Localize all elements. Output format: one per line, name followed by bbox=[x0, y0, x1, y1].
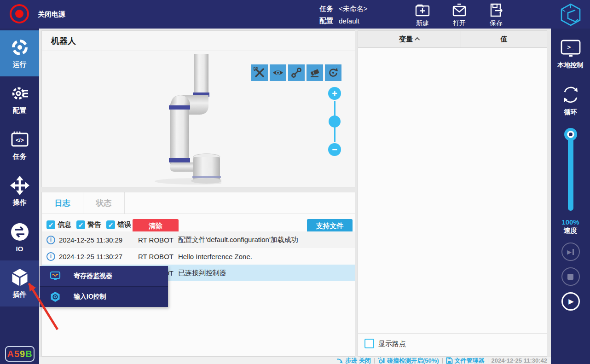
show-waypoints-checkbox[interactable] bbox=[364, 339, 374, 348]
stop-button[interactable] bbox=[561, 267, 580, 286]
gear-icon bbox=[10, 84, 29, 103]
path-button[interactable] bbox=[288, 64, 305, 81]
step-mode-label: 步进 关闭 bbox=[345, 357, 371, 364]
menu-item-label: 输入IO控制 bbox=[74, 293, 106, 301]
robot-arm-model bbox=[152, 54, 221, 185]
log-row[interactable]: i 2024-12-25 11:30:29 RT ROBOT 配置文件'defa… bbox=[42, 231, 355, 248]
open-task-label: 打开 bbox=[453, 19, 466, 28]
log-source: RT ROBOT bbox=[138, 236, 178, 244]
menu-item-input-io-control[interactable]: 输入IO控制 bbox=[40, 287, 168, 307]
play-icon: ▶ bbox=[568, 297, 574, 306]
top-bar: 关闭电源 任务 <未命名> 配置 default 新建 bbox=[0, 0, 590, 29]
step-mode-status[interactable]: 步进 关闭 bbox=[336, 357, 371, 364]
new-task-button[interactable]: 新建 bbox=[410, 2, 435, 28]
power-button[interactable] bbox=[10, 4, 29, 23]
variable-column-label: 变量 bbox=[399, 35, 413, 44]
filter-warning-label: 警告 bbox=[87, 220, 101, 229]
menu-item-register-monitor[interactable]: 寄存器监视器 bbox=[40, 266, 168, 287]
log-time: 2024-12-25 11:30:27 bbox=[59, 253, 138, 260]
divider bbox=[442, 358, 443, 364]
play-button[interactable]: ▶ bbox=[561, 292, 580, 311]
skip-bar-icon bbox=[573, 249, 574, 255]
config-label: 配置 bbox=[319, 17, 333, 25]
skip-icon: ▶ bbox=[567, 248, 572, 255]
reset-view-button[interactable] bbox=[325, 64, 341, 81]
minus-icon: − bbox=[332, 144, 337, 155]
status-bar: 步进 关闭 碰撞检测开启(50%) 文件管理器 2024-12-25 11:30… bbox=[39, 357, 551, 364]
sidebar-item-io[interactable]: IO bbox=[0, 214, 39, 260]
file-manager-button[interactable]: 文件管理器 bbox=[446, 357, 485, 364]
log-source: RT ROBOT bbox=[138, 253, 178, 260]
zoom-in-button[interactable]: + bbox=[328, 87, 341, 100]
column-header-variable[interactable]: 变量 bbox=[358, 31, 461, 47]
step-forward-button[interactable]: ▶ bbox=[561, 243, 580, 261]
zoom-slider-handle[interactable] bbox=[329, 116, 341, 127]
erase-button[interactable] bbox=[307, 64, 323, 81]
local-control-button[interactable]: >_ 本地控制 bbox=[551, 40, 590, 69]
file-manager-label: 文件管理器 bbox=[455, 357, 485, 364]
config-value: default bbox=[339, 17, 359, 25]
right-sidebar: >_ 本地控制 循环 100% 速度 ▶ ▶ bbox=[551, 29, 590, 364]
sidebar-item-config[interactable]: 配置 bbox=[0, 76, 39, 122]
badge-char: B bbox=[25, 349, 32, 359]
trajectory-icon bbox=[290, 67, 302, 79]
check-icon: ✓ bbox=[46, 220, 55, 229]
zoom-out-button[interactable]: − bbox=[328, 143, 341, 156]
new-file-icon bbox=[414, 2, 431, 18]
speed-slider-track[interactable] bbox=[568, 134, 573, 211]
collision-detection-status[interactable]: 碰撞检测开启(50%) bbox=[378, 357, 439, 364]
view-toolbar bbox=[251, 64, 341, 81]
badge-char: 9 bbox=[20, 349, 25, 359]
open-task-button[interactable]: 打开 bbox=[447, 2, 472, 28]
log-message: 配置文件'default.configuration'加载成功 bbox=[178, 236, 355, 244]
robot-3d-view[interactable]: + − bbox=[42, 52, 355, 187]
brand-logo bbox=[559, 3, 583, 29]
save-task-label: 保存 bbox=[490, 19, 503, 28]
stop-icon bbox=[567, 274, 573, 280]
app-window: 关闭电源 任务 <未命名> 配置 default 新建 bbox=[0, 0, 590, 364]
register-monitor-icon bbox=[50, 271, 61, 281]
filter-info-checkbox[interactable]: ✓ 信息 bbox=[46, 220, 71, 229]
sidebar-item-run[interactable]: 运行 bbox=[0, 30, 39, 76]
check-icon: ✓ bbox=[106, 220, 115, 229]
sidebar-item-label: IO bbox=[16, 245, 23, 253]
speed-slider-handle[interactable] bbox=[564, 128, 577, 141]
variables-panel: 变量 值 显示路点 bbox=[358, 30, 547, 357]
status-timestamp: 2024-12-25 11:30:42 bbox=[492, 357, 547, 364]
open-file-icon bbox=[451, 2, 468, 18]
sidebar-item-operate[interactable]: 操作 bbox=[0, 168, 39, 214]
divider bbox=[374, 358, 375, 364]
eraser-icon bbox=[309, 67, 321, 79]
sidebar-item-task[interactable]: </> 任务 bbox=[0, 122, 39, 168]
input-io-icon bbox=[50, 291, 61, 302]
log-time: 2024-12-25 11:30:29 bbox=[59, 236, 138, 244]
column-header-value[interactable]: 值 bbox=[461, 31, 547, 47]
tab-log[interactable]: 日志 bbox=[42, 192, 83, 214]
sidebar-item-label: 操作 bbox=[13, 198, 27, 207]
tools-button[interactable] bbox=[251, 64, 268, 81]
power-label: 关闭电源 bbox=[38, 10, 65, 19]
info-icon: i bbox=[46, 252, 55, 261]
info-icon: i bbox=[46, 236, 55, 244]
local-control-label: 本地控制 bbox=[558, 61, 584, 69]
tools-icon bbox=[254, 67, 266, 79]
power-icon bbox=[15, 10, 23, 18]
tab-status[interactable]: 状态 bbox=[83, 192, 125, 214]
loop-label: 循环 bbox=[564, 108, 577, 116]
filter-info-label: 信息 bbox=[58, 220, 71, 229]
visibility-button[interactable] bbox=[270, 64, 286, 81]
filter-error-checkbox[interactable]: ✓ 错误 bbox=[106, 220, 131, 229]
divider bbox=[488, 358, 488, 364]
log-message: Hello Interference Zone. bbox=[178, 253, 355, 260]
loop-button[interactable]: 循环 bbox=[551, 85, 590, 116]
save-task-button[interactable]: 保存 bbox=[484, 2, 509, 28]
sidebar-item-plugin[interactable]: 插件 bbox=[0, 260, 39, 306]
terminal-icon: >_ bbox=[560, 40, 581, 58]
speed-percent: 100% bbox=[551, 218, 590, 226]
badge-char: A bbox=[7, 349, 14, 359]
code-glyph: </> bbox=[16, 137, 23, 144]
plugin-menu: 寄存器监视器 输入IO控制 bbox=[40, 266, 168, 307]
log-row[interactable]: i 2024-12-25 11:30:27 RT ROBOT Hello Int… bbox=[42, 248, 355, 265]
filter-warning-checkbox[interactable]: ✓ 警告 bbox=[76, 220, 101, 229]
io-arrows-icon bbox=[10, 222, 29, 242]
